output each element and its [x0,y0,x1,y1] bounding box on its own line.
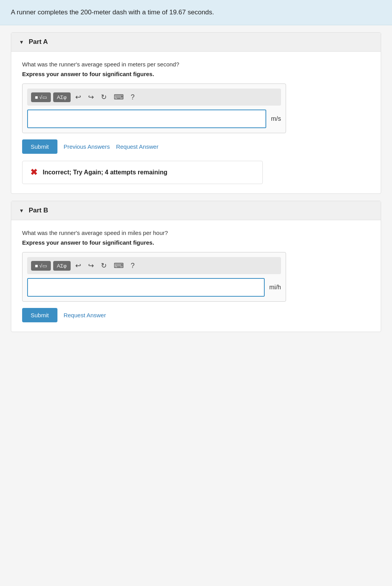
problem-statement: A runner completes the 200-meter dash wi… [0,0,392,25]
part-a-keyboard-button[interactable]: ⌨ [111,92,126,103]
part-a-sig-fig: Express your answer to four significant … [22,71,370,77]
part-a-answer-box: ■ √▭ ΑΣφ ↩ ↪ ↻ ⌨ ? m/s [22,83,286,133]
part-b-action-row: Submit Request Answer [22,308,370,322]
part-a-title: Part A [29,38,48,46]
part-a-action-row: Submit Previous Answers Request Answer [22,139,370,154]
part-b-reset-button[interactable]: ↻ [99,260,109,271]
part-b-answer-box: ■ √▭ ΑΣφ ↩ ↪ ↻ ⌨ ? mi/h [22,252,286,302]
part-b-chevron-icon: ▼ [19,208,24,214]
part-a-feedback-box: ✖ Incorrect; Try Again; 4 attempts remai… [22,161,263,184]
part-b-math-button[interactable]: ■ √▭ [31,261,51,271]
part-a-help-button[interactable]: ? [128,92,137,103]
part-b-title: Part B [29,207,48,214]
part-b-undo-button[interactable]: ↩ [73,260,83,271]
part-b-sig-fig: Express your answer to four significant … [22,239,370,246]
part-a-submit-button[interactable]: Submit [22,139,57,154]
part-b-body: What was the runner's average speed in m… [11,220,381,332]
part-a-redo-button[interactable]: ↪ [86,92,96,103]
part-b-input-row: mi/h [27,278,281,297]
part-a-section: ▼ Part A What was the runner's average s… [11,32,381,194]
part-a-request-answer-link[interactable]: Request Answer [116,143,158,150]
part-b-submit-button[interactable]: Submit [22,308,57,322]
part-b-math-icon: ■ √▭ [35,263,47,269]
part-b-alpha-button[interactable]: ΑΣφ [53,261,71,271]
part-a-math-button[interactable]: ■ √▭ [31,92,51,102]
part-b-toolbar: ■ √▭ ΑΣφ ↩ ↪ ↻ ⌨ ? [27,257,281,274]
part-b-header: ▼ Part B [11,201,381,220]
part-b-redo-button[interactable]: ↪ [86,260,96,271]
part-b-request-answer-link[interactable]: Request Answer [64,312,106,318]
part-a-alpha-button[interactable]: ΑΣφ [53,92,71,102]
part-a-unit: m/s [271,115,281,122]
part-a-chevron-icon: ▼ [19,39,24,45]
part-b-keyboard-button[interactable]: ⌨ [111,260,126,271]
part-b-answer-input[interactable] [27,278,265,297]
part-a-header: ▼ Part A [11,33,381,52]
part-a-feedback-text: Incorrect; Try Again; 4 attempts remaini… [43,169,167,176]
part-a-answer-input[interactable] [27,110,266,128]
part-a-question: What was the runner's average speed in m… [22,61,370,68]
part-a-undo-button[interactable]: ↩ [73,92,83,103]
part-a-toolbar: ■ √▭ ΑΣφ ↩ ↪ ↻ ⌨ ? [27,89,281,106]
part-a-input-row: m/s [27,110,281,128]
part-a-reset-button[interactable]: ↻ [99,92,109,103]
part-a-math-icon: ■ √▭ [35,94,47,100]
part-b-help-button[interactable]: ? [128,261,137,271]
part-b-unit: mi/h [269,284,281,291]
part-b-question: What was the runner's average speed in m… [22,230,370,236]
part-a-alpha-icon: ΑΣφ [57,94,67,100]
part-b-alpha-icon: ΑΣφ [57,263,67,269]
part-b-section: ▼ Part B What was the runner's average s… [11,201,381,332]
part-a-body: What was the runner's average speed in m… [11,52,381,193]
part-a-incorrect-icon: ✖ [30,167,37,177]
part-a-previous-answers-link[interactable]: Previous Answers [64,143,110,150]
